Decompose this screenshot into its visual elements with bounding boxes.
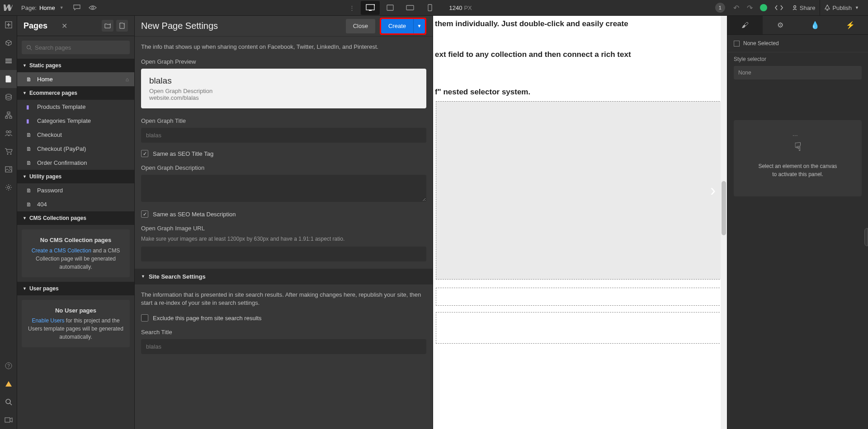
exclude-search-checkbox[interactable] — [141, 314, 148, 322]
page-file-icon: 🗎 — [26, 132, 33, 138]
droplet-icon: 💧 — [811, 21, 820, 29]
publish-button[interactable]: Publish ▼ — [820, 0, 863, 16]
pages-panel-title: Pages — [24, 21, 58, 31]
section-user-pages[interactable]: ▼User pages — [17, 282, 134, 295]
interactions-tab[interactable]: ⚡ — [833, 16, 868, 34]
bolt-icon: ⚡ — [846, 21, 855, 29]
new-folder-icon[interactable]: + — [102, 20, 113, 32]
close-icon[interactable]: ✕ — [61, 22, 67, 30]
og-image-label: Open Graph Image URL — [141, 225, 426, 232]
page-crumb[interactable]: Page: Home ▼ — [16, 5, 69, 11]
page-item-categories-template[interactable]: ▮Categories Template — [17, 114, 134, 128]
style-panel-placeholder: ☟ Select an element on the canvas to act… — [734, 120, 862, 196]
webflow-logo[interactable] — [0, 0, 16, 16]
section-ecommerce-pages[interactable]: ▼Ecommerce pages — [17, 86, 134, 100]
svg-rect-11 — [5, 117, 8, 118]
comments-icon[interactable] — [69, 0, 85, 16]
new-page-icon[interactable]: + — [116, 20, 128, 32]
share-button[interactable]: Share — [788, 0, 820, 16]
help-icon[interactable]: ? — [0, 357, 17, 375]
search-title-input[interactable] — [141, 339, 426, 354]
same-seo-title-checkbox[interactable] — [141, 150, 148, 157]
assets-icon[interactable] — [0, 160, 17, 178]
chevron-down-icon: ▼ — [417, 23, 422, 28]
search-title-label: Search Title — [141, 329, 426, 336]
preview-icon[interactable] — [85, 0, 101, 16]
design-canvas[interactable]: them individually. Just double-click and… — [433, 16, 727, 429]
page-item-password[interactable]: 🗎Password — [17, 183, 134, 197]
pointer-click-icon: ☟ — [794, 138, 802, 156]
canvas-width[interactable]: 1240PX — [449, 5, 472, 11]
breakpoint-mobile[interactable] — [420, 1, 439, 15]
svg-rect-17 — [5, 167, 12, 172]
close-button[interactable]: Close — [346, 19, 375, 33]
side-handle[interactable] — [864, 228, 868, 246]
svg-point-0 — [92, 7, 94, 9]
create-cms-link[interactable]: Create a CMS Collection — [32, 247, 91, 254]
same-seo-meta-label: Same as SEO Meta Description — [153, 211, 236, 218]
ecommerce-icon[interactable] — [0, 142, 17, 160]
cms-icon[interactable] — [0, 88, 17, 106]
og-image-hint: Make sure your images are at least 1200p… — [141, 235, 426, 243]
audit-icon[interactable] — [0, 375, 17, 393]
breakpoint-tablet[interactable] — [381, 1, 400, 15]
section-cms-pages[interactable]: ▼CMS Collection pages — [17, 211, 134, 225]
create-dropdown-button[interactable]: ▼ — [413, 19, 425, 33]
page-file-icon: 🗎 — [26, 146, 33, 152]
og-image-input[interactable] — [141, 247, 426, 261]
breakpoint-landscape[interactable] — [401, 1, 420, 15]
redo-icon[interactable]: ↷ — [743, 4, 757, 12]
svg-point-18 — [9, 168, 10, 168]
changes-badge[interactable]: 1 — [715, 3, 725, 13]
enable-users-link[interactable]: Enable Users — [32, 317, 64, 324]
user-empty-box: No User pages Enable Users for this proj… — [22, 300, 130, 348]
page-item-products-template[interactable]: ▮Products Template — [17, 100, 134, 114]
cms-empty-box: No CMS Collection pages Create a CMS Col… — [22, 229, 130, 277]
navigator-icon[interactable] — [0, 52, 17, 70]
same-seo-title-label: Same as SEO Title Tag — [153, 150, 213, 157]
page-item-order-confirmation[interactable]: 🗎Order Confirmation — [17, 156, 134, 170]
element-settings-tab[interactable]: ⚙ — [763, 16, 798, 34]
square-icon — [734, 41, 740, 47]
same-seo-meta-checkbox[interactable] — [141, 210, 148, 218]
video-icon[interactable] — [0, 411, 17, 429]
brush-icon: 🖌 — [741, 21, 749, 29]
og-desc-label: Open Graph Description — [141, 164, 426, 171]
svg-point-14 — [9, 131, 11, 133]
exclude-search-label: Exclude this page from site search resul… — [153, 315, 262, 322]
status-ok-icon — [757, 4, 770, 11]
components-icon[interactable] — [0, 34, 17, 52]
logic-icon[interactable] — [0, 106, 17, 124]
og-intro-text: The info that shows up when sharing cont… — [141, 43, 426, 51]
more-vertical-icon[interactable]: ⋮ — [344, 0, 360, 16]
style-selector-dropdown[interactable]: None — [734, 66, 862, 79]
svg-point-16 — [10, 154, 11, 155]
breakpoint-desktop[interactable]: ★ — [361, 1, 380, 15]
site-search-section-toggle[interactable]: ▼ Site Search Settings — [135, 269, 433, 284]
search-icon[interactable] — [0, 393, 17, 411]
style-tab[interactable]: 🖌 — [727, 16, 763, 34]
section-static-pages[interactable]: ▼Static pages — [17, 59, 134, 72]
og-desc-textarea[interactable] — [141, 175, 426, 202]
page-item-home[interactable]: 🗎 Home ⌂ — [17, 72, 134, 86]
style-manager-tab[interactable]: 💧 — [798, 16, 833, 34]
carousel-next-icon[interactable]: › — [710, 181, 716, 200]
add-element-icon[interactable] — [0, 16, 17, 34]
export-code-icon[interactable] — [770, 0, 788, 16]
page-item-checkout-paypal[interactable]: 🗎Checkout (PayPal) — [17, 142, 134, 156]
settings-title: New Page Settings — [141, 21, 346, 31]
undo-icon[interactable]: ↶ — [730, 4, 743, 12]
page-item-404[interactable]: 🗎404 — [17, 197, 134, 211]
pages-icon[interactable] — [0, 70, 17, 88]
svg-text:+: + — [123, 23, 125, 25]
search-pages-input[interactable] — [22, 41, 130, 54]
users-icon[interactable] — [0, 124, 17, 142]
canvas-scrollbar[interactable] — [721, 16, 727, 429]
og-title-input[interactable] — [141, 128, 426, 143]
svg-point-9 — [6, 94, 11, 97]
settings-gear-icon[interactable] — [0, 178, 17, 196]
section-utility-pages[interactable]: ▼Utility pages — [17, 170, 134, 183]
create-button[interactable]: Create — [381, 19, 413, 33]
page-item-checkout[interactable]: 🗎Checkout — [17, 128, 134, 142]
svg-text:+: + — [109, 23, 111, 26]
